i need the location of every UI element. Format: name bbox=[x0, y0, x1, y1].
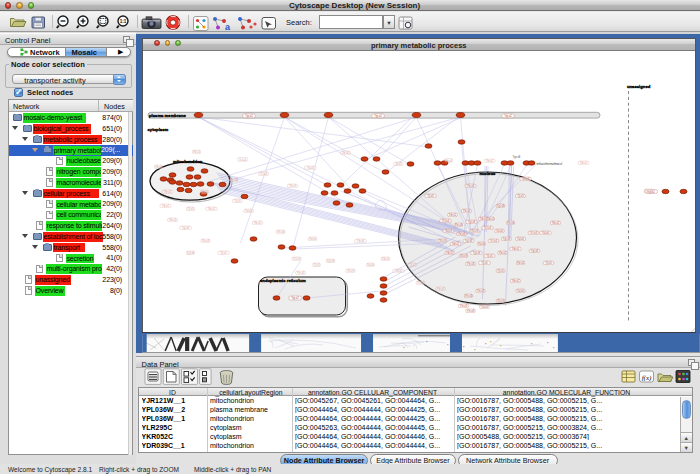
svg-text:Ygl-x8: Ygl-x8 bbox=[468, 220, 476, 224]
svg-text:Ybr-x2: Ybr-x2 bbox=[512, 279, 520, 283]
svg-text:Ygr-x2: Ygr-x2 bbox=[374, 114, 382, 118]
svg-text:Yhr-x3: Yhr-x3 bbox=[477, 289, 485, 293]
svg-text:Ycl-x4: Ycl-x4 bbox=[239, 158, 247, 162]
svg-text:Ycl-x4: Ycl-x4 bbox=[260, 172, 268, 176]
svg-text:Ydr-x1: Ydr-x1 bbox=[446, 251, 454, 255]
svg-text:Yal-x0: Yal-x0 bbox=[496, 229, 504, 233]
svg-text:nucleus: nucleus bbox=[480, 171, 496, 176]
svg-text:Ycl-x4: Ycl-x4 bbox=[484, 226, 492, 230]
svg-text:Ycl-x4: Ycl-x4 bbox=[490, 239, 498, 243]
svg-text:endoplasmic reticulum: endoplasmic reticulum bbox=[260, 278, 306, 283]
svg-text:Ydr-x1: Ydr-x1 bbox=[512, 247, 520, 251]
svg-text:Ykl-x9: Ykl-x9 bbox=[445, 229, 453, 233]
svg-text:Yal-x0: Yal-x0 bbox=[478, 242, 486, 246]
svg-text:mhlaustfmirmaifmwi-xl: mhlaustfmirmaifmwi-xl bbox=[537, 162, 563, 166]
svg-text:Yal-x0: Yal-x0 bbox=[367, 263, 375, 267]
svg-text:Yal-x0: Yal-x0 bbox=[542, 231, 550, 235]
svg-text:Yhr-x3: Yhr-x3 bbox=[465, 294, 473, 298]
svg-text:Yjl-x5: Yjl-x5 bbox=[427, 194, 434, 198]
svg-text:Yjl-x5: Yjl-x5 bbox=[486, 254, 493, 258]
svg-text:Ybr-x2: Ybr-x2 bbox=[208, 207, 216, 211]
svg-text:Yjl-x5: Yjl-x5 bbox=[517, 194, 524, 198]
svg-text:Ygr-x2: Ygr-x2 bbox=[504, 114, 512, 118]
svg-text:mitochondrion: mitochondrion bbox=[173, 159, 203, 164]
svg-text:Yjl-x5: Yjl-x5 bbox=[220, 251, 227, 255]
svg-text:Yal-x0: Yal-x0 bbox=[481, 305, 489, 309]
svg-text:Ybr-x2: Ybr-x2 bbox=[552, 221, 560, 225]
svg-text:Ydr-x1: Ydr-x1 bbox=[155, 165, 163, 169]
svg-text:Ydr-x1: Ydr-x1 bbox=[193, 150, 201, 154]
svg-text:Yhr-x3: Yhr-x3 bbox=[230, 178, 238, 182]
svg-text:Ybr-x2: Ybr-x2 bbox=[486, 159, 494, 163]
svg-text:Yhr-x3: Yhr-x3 bbox=[455, 223, 463, 227]
svg-text:unassigned: unassigned bbox=[627, 84, 651, 89]
svg-text:Ydr-x1: Ydr-x1 bbox=[487, 217, 495, 221]
svg-text:Ygl-x8: Ygl-x8 bbox=[531, 249, 539, 253]
svg-text:Ybr-x2: Ybr-x2 bbox=[254, 221, 262, 225]
svg-text:Ykl-x9: Ykl-x9 bbox=[460, 254, 468, 258]
svg-text:Yal-x0: Yal-x0 bbox=[307, 166, 315, 170]
svg-text:Yhr-x3: Yhr-x3 bbox=[467, 262, 475, 266]
svg-text:Yjl-x5: Yjl-x5 bbox=[409, 263, 416, 267]
svg-text:Ygl-x8: Ygl-x8 bbox=[187, 251, 195, 255]
svg-text:Yhr-x3: Yhr-x3 bbox=[458, 232, 466, 236]
svg-text:Ygl-x8: Ygl-x8 bbox=[327, 259, 335, 263]
svg-text:Yjl-x5: Yjl-x5 bbox=[187, 207, 194, 211]
svg-text:Ycl-x4: Ycl-x4 bbox=[293, 257, 301, 261]
svg-text:Ydr-x1: Ydr-x1 bbox=[449, 213, 457, 217]
svg-text:Ygr-x2: Ygr-x2 bbox=[291, 296, 299, 300]
svg-text:Yal-x0: Yal-x0 bbox=[517, 289, 525, 293]
svg-text:Ygl-x8: Ygl-x8 bbox=[465, 239, 473, 243]
svg-text:Ykl-x9: Ykl-x9 bbox=[471, 229, 479, 233]
svg-text:Yhr-x3: Yhr-x3 bbox=[460, 304, 468, 308]
svg-text:Yjl-x5: Yjl-x5 bbox=[234, 199, 241, 203]
svg-text:Ykl-x9: Ykl-x9 bbox=[497, 299, 505, 303]
svg-text:cytoplasm: cytoplasm bbox=[148, 127, 169, 132]
svg-text:Yhr-x3: Yhr-x3 bbox=[202, 239, 210, 243]
svg-text:1:1: 1:1 bbox=[120, 19, 127, 24]
svg-text:Ykl-x9: Ykl-x9 bbox=[522, 177, 530, 181]
svg-text:Ydr-x1: Ydr-x1 bbox=[162, 204, 170, 208]
svg-text:Ygl-x8: Ygl-x8 bbox=[473, 251, 481, 255]
svg-text:Yjl-x5: Yjl-x5 bbox=[395, 162, 402, 166]
svg-text:Ygl-x8: Ygl-x8 bbox=[503, 237, 511, 241]
svg-text:Yal-x0: Yal-x0 bbox=[201, 190, 209, 194]
svg-text:plasma membrane: plasma membrane bbox=[149, 113, 186, 118]
svg-text:Yhr-x3: Yhr-x3 bbox=[357, 239, 365, 243]
svg-text:Ygr-x8: Ygr-x8 bbox=[513, 155, 521, 159]
svg-text:Ycl-x4: Ycl-x4 bbox=[530, 231, 538, 235]
svg-text:Yjl-x5: Yjl-x5 bbox=[313, 263, 320, 267]
svg-text:Ykl-x9: Ykl-x9 bbox=[439, 239, 447, 243]
svg-text:Ykl-x9: Ykl-x9 bbox=[347, 269, 355, 273]
svg-text:Ygl-x8: Ygl-x8 bbox=[182, 226, 190, 230]
svg-text:Yhr-x3: Yhr-x3 bbox=[507, 221, 515, 225]
svg-text:Yhr-x3: Yhr-x3 bbox=[467, 184, 475, 188]
svg-text:Ybr-x2: Ybr-x2 bbox=[517, 261, 525, 265]
svg-text:Yhr-x3: Yhr-x3 bbox=[277, 230, 285, 234]
svg-text:Yal-x0: Yal-x0 bbox=[395, 269, 403, 273]
svg-text:Ygr-x2: Ygr-x2 bbox=[245, 114, 253, 118]
svg-text:Ydr-x1: Ydr-x1 bbox=[452, 242, 460, 246]
svg-text:Yjl-x5: Yjl-x5 bbox=[545, 261, 552, 265]
svg-text:Yhr-x3: Yhr-x3 bbox=[437, 287, 445, 291]
svg-text:Yjl-x5: Yjl-x5 bbox=[497, 269, 504, 273]
svg-text:Yhr-x3: Yhr-x3 bbox=[297, 271, 305, 275]
svg-text:Yhr-x3: Yhr-x3 bbox=[463, 209, 471, 213]
svg-text:Ybr-x2: Ybr-x2 bbox=[169, 218, 177, 222]
svg-text:a: a bbox=[225, 22, 231, 32]
svg-text:Ykl-x9: Ykl-x9 bbox=[289, 184, 297, 188]
svg-text:Yjl-x5: Yjl-x5 bbox=[481, 261, 488, 265]
svg-text:Ygl-x8: Ygl-x8 bbox=[645, 189, 653, 193]
svg-text:Ybr-x2: Ybr-x2 bbox=[499, 251, 507, 255]
svg-text:Ycl-x4: Ycl-x4 bbox=[442, 219, 450, 223]
svg-text:Ydr-x1: Ydr-x1 bbox=[580, 161, 588, 165]
svg-text:Ydr-x1: Ydr-x1 bbox=[445, 159, 453, 163]
svg-text:Yal-x0: Yal-x0 bbox=[517, 237, 525, 241]
svg-text:f(x): f(x) bbox=[642, 374, 652, 382]
svg-text:Yal-x0: Yal-x0 bbox=[245, 209, 253, 213]
svg-text:Yal-x0: Yal-x0 bbox=[309, 237, 317, 241]
svg-text:Ycl-x4: Ycl-x4 bbox=[417, 281, 425, 285]
svg-text:Ygl-x8: Ygl-x8 bbox=[497, 204, 505, 208]
svg-text:Ybr-x2: Ybr-x2 bbox=[164, 190, 172, 194]
svg-text:Yhr-x3: Yhr-x3 bbox=[467, 309, 475, 313]
